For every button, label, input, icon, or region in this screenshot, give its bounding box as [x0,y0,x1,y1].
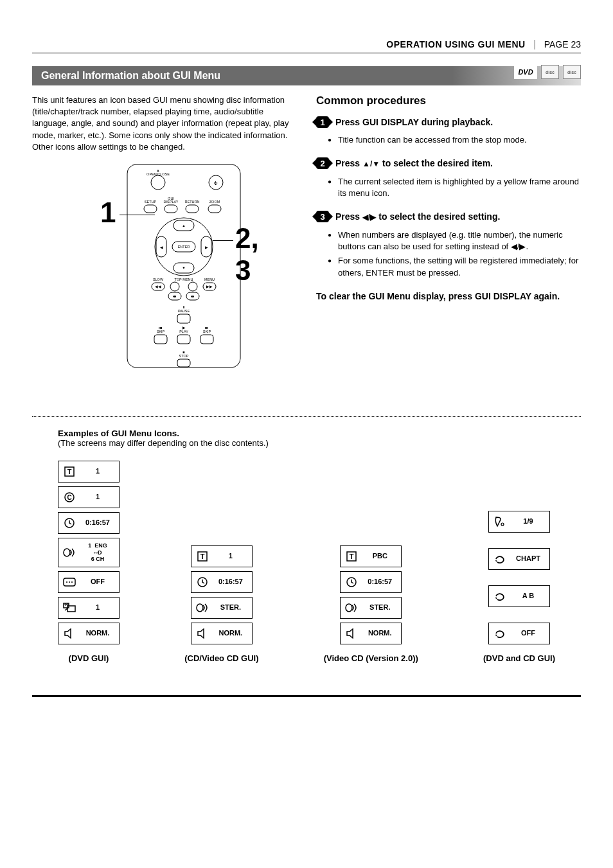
vcd2-column: T PBC 0:16:57 STER. NORM. (Video CD (Ver… [324,545,418,663]
svg-text:▲: ▲ [182,224,185,227]
title-icon-row: T 1 [58,461,120,483]
svg-point-65 [65,604,66,605]
dvd-gui-column: T 1 C 1 0:16:57 1 ENG▫▫D6 CH OFF 1 [58,461,120,663]
svg-point-61 [69,581,70,583]
step-2: 2 Press ▲/▼ to select the desired item. [316,157,581,170]
left-right-icon: ◀/▶ [362,213,376,222]
svg-text:ZOOM: ZOOM [209,200,220,204]
svg-rect-43 [154,335,167,344]
title-icon-row: T PBC [340,545,402,567]
examples-subheading: (The screens may differ depending on the… [58,438,581,448]
svg-text:MENU: MENU [204,278,215,281]
clock-icon [341,572,362,592]
cd-video-caption: (CD/Video CD GUI) [184,653,258,663]
callout-1-line [120,215,155,215]
header-divider: | [533,39,536,49]
title-icon: T [58,461,80,482]
header-section: OPERATION USING GUI MENU [386,39,525,49]
open-close-label: OPEN/CLOSE [147,172,170,176]
svg-text:T: T [350,553,354,560]
cd-video-column: T 1 0:16:57 STER. NORM. (CD/Video CD GUI… [184,545,258,663]
svg-text:⏮: ⏮ [173,294,177,298]
vcd2-caption: (Video CD (Version 2.0)) [324,653,418,663]
svg-point-60 [66,581,67,583]
section-title-bar: General Information about GUI Menu DVD d… [32,66,581,85]
subtitle-icon [58,572,80,592]
format-logos: DVD disc disc [514,65,581,79]
audio-icon [341,598,362,618]
examples-grid: T 1 C 1 0:16:57 1 ENG▫▫D6 CH OFF 1 [32,461,581,663]
svg-text:ENTER: ENTER [178,245,190,249]
speaker-icon [58,623,80,644]
repeat-off-row: OFF [488,623,550,644]
svg-text:RETURN: RETURN [185,200,200,204]
svg-text:▼: ▼ [182,266,185,270]
remote-svg: .r-txt { font: 5.5px Arial; text-anchor:… [126,163,242,369]
step-2-notes: The current selected item is highlighted… [328,176,581,199]
subtitle-icon-row: OFF [58,571,120,593]
intro-paragraph: This unit features an icon based GUI men… [32,94,297,153]
repeat-icon [489,586,511,607]
clock-icon [58,513,80,533]
footer-rule [32,695,581,697]
svg-point-58 [64,549,70,556]
svg-text:◀◀: ◀◀ [155,285,161,288]
svg-text:⏭: ⏭ [191,294,195,298]
clock-icon-row: 0:16:57 [340,571,402,593]
dvd-cd-caption: (DVD and CD GUI) [483,653,555,663]
svg-text:SETUP: SETUP [145,200,157,204]
step-3-note-2: For some functions, the setting will be … [328,255,581,278]
clock-icon [191,572,213,592]
step-2-number: 2 [316,157,329,169]
title-icon: T [191,546,213,567]
speaker-icon-row: NORM. [340,623,402,644]
step-3: 3 Press ◀/▶ to select the desired settin… [316,211,581,223]
svg-rect-12 [186,205,199,213]
callout-2-3: 2, 3 [235,222,259,287]
svg-text:PAUSE: PAUSE [178,309,190,313]
svg-text:SLOW: SLOW [153,278,164,281]
audio-icon-row: 1 ENG▫▫D6 CH [58,538,120,567]
svg-text:T: T [67,468,72,475]
common-procedures-heading: Common procedures [316,94,581,107]
up-down-icon: ▲/▼ [362,159,380,168]
svg-rect-46 [177,335,190,344]
title-icon: T [341,546,362,567]
examples-heading: Examples of GUI Menu Icons. [58,429,581,438]
compact-disc-audio-logo: disc [563,65,581,79]
audio-icon-row: STER. [191,597,253,619]
audio-icon-row: STER. [340,597,402,619]
svg-rect-11 [164,205,177,213]
repeat-icon [489,549,511,569]
svg-rect-13 [208,205,221,213]
dvd-cd-column: 1/9 CHAPT A B OFF (DVD and CD GUI) [483,511,555,663]
clear-instruction: To clear the GUI Menu display, press GUI… [316,290,581,303]
repeat-icon [489,623,511,644]
svg-text:STOP: STOP [179,354,189,358]
title-icon-row: T 1 [191,545,253,567]
svg-point-31 [188,282,197,291]
svg-text:T: T [200,553,204,560]
svg-point-74 [346,604,352,612]
section-title: General Information about GUI Menu [41,70,220,81]
step-2-note-1: The current selected item is highlighted… [328,176,581,199]
svg-text:▶▶: ▶▶ [206,285,213,288]
svg-text:SKIP: SKIP [157,330,165,333]
angle-icon [58,598,80,618]
svg-text:◀: ◀ [160,245,163,249]
svg-point-62 [71,581,73,583]
svg-point-66 [67,604,68,605]
step-1-number: 1 [316,116,329,128]
callout-23-line [213,240,233,241]
svg-point-30 [170,282,179,291]
step-1-note-1: Title function can be accessed from the … [328,134,581,146]
clock-icon-row: 0:16:57 [58,512,120,534]
marker-icon-row: 1/9 [488,511,550,533]
speaker-icon-row: NORM. [191,623,253,644]
svg-text:▶: ▶ [205,245,208,249]
chapter-icon-row: C 1 [58,486,120,508]
step-3-text: Press ◀/▶ to select the desired setting. [335,211,500,223]
repeat-ab-row: A B [488,585,550,607]
svg-point-1 [151,175,165,190]
svg-text:DISPLAY: DISPLAY [164,200,179,204]
